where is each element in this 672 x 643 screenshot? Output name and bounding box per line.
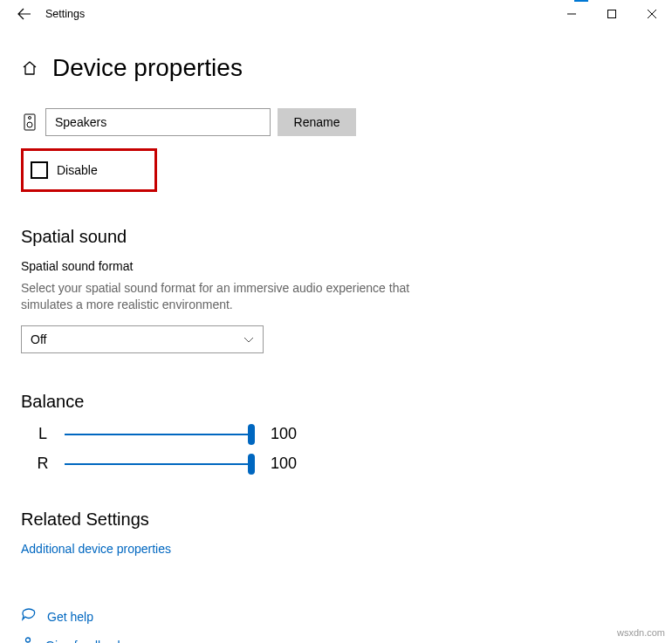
titlebar: Settings bbox=[0, 0, 672, 28]
content: Device properties Rename Disable Spatial… bbox=[0, 28, 672, 643]
spatial-sound-value: Off bbox=[31, 332, 46, 346]
minimize-icon bbox=[567, 10, 576, 18]
watermark: wsxdn.com bbox=[617, 627, 665, 638]
get-help-row: Get help bbox=[21, 608, 651, 626]
device-name-row: Rename bbox=[21, 108, 651, 136]
balance-heading: Balance bbox=[21, 392, 651, 412]
disable-label: Disable bbox=[57, 163, 98, 177]
additional-device-properties-link[interactable]: Additional device properties bbox=[21, 542, 171, 556]
speaker-icon bbox=[21, 113, 38, 131]
slider-thumb bbox=[248, 424, 255, 445]
spatial-sound-select[interactable]: Off bbox=[21, 325, 264, 353]
disable-checkbox[interactable] bbox=[31, 161, 48, 179]
additional-properties-row: Additional device properties bbox=[21, 542, 651, 556]
minimize-button[interactable] bbox=[552, 0, 592, 28]
give-feedback-link[interactable]: Give feedback bbox=[45, 639, 124, 643]
home-icon[interactable] bbox=[21, 59, 38, 77]
arrow-left-icon bbox=[17, 7, 31, 21]
balance-right-slider[interactable] bbox=[65, 454, 255, 475]
close-icon bbox=[648, 10, 656, 18]
accent-strip bbox=[574, 0, 588, 2]
balance-section: Balance L 100 R 100 bbox=[21, 392, 651, 475]
page-title: Device properties bbox=[52, 54, 243, 82]
app-title: Settings bbox=[45, 8, 85, 20]
maximize-icon bbox=[607, 10, 616, 18]
give-feedback-row: Give feedback bbox=[21, 637, 651, 643]
device-name-input[interactable] bbox=[45, 108, 271, 136]
slider-track bbox=[65, 434, 255, 435]
get-help-link[interactable]: Get help bbox=[47, 610, 93, 624]
spatial-sound-heading: Spatial sound bbox=[21, 227, 651, 247]
get-help-icon bbox=[21, 608, 37, 626]
slider-thumb bbox=[248, 454, 255, 475]
spatial-sound-label: Spatial sound format bbox=[21, 259, 651, 273]
help-links: Get help Give feedback bbox=[21, 608, 651, 643]
balance-right-label: R bbox=[21, 455, 65, 473]
close-button[interactable] bbox=[632, 0, 672, 28]
svg-point-3 bbox=[27, 122, 32, 127]
balance-left-row: L 100 bbox=[21, 424, 651, 445]
svg-rect-0 bbox=[608, 10, 616, 18]
feedback-icon bbox=[21, 637, 35, 643]
page-heading-row: Device properties bbox=[21, 54, 651, 82]
disable-checkbox-highlight: Disable bbox=[21, 148, 157, 192]
balance-right-value: 100 bbox=[271, 455, 297, 473]
balance-right-row: R 100 bbox=[21, 454, 651, 475]
related-settings-heading: Related Settings bbox=[21, 510, 651, 530]
balance-left-value: 100 bbox=[271, 425, 297, 443]
svg-point-4 bbox=[26, 638, 31, 642]
window-controls bbox=[552, 0, 672, 28]
svg-point-2 bbox=[29, 117, 31, 120]
rename-button[interactable]: Rename bbox=[278, 108, 356, 136]
balance-left-slider[interactable] bbox=[65, 424, 255, 445]
balance-left-label: L bbox=[21, 425, 65, 443]
spatial-sound-description: Select your spatial sound format for an … bbox=[21, 280, 422, 313]
slider-track bbox=[65, 463, 255, 465]
back-button[interactable] bbox=[5, 0, 44, 28]
maximize-button[interactable] bbox=[592, 0, 632, 28]
chevron-down-icon bbox=[243, 332, 254, 346]
